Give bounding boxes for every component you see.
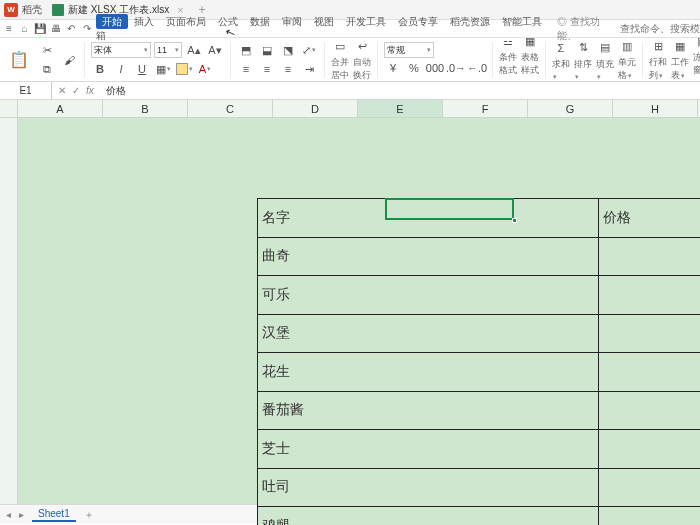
percent-button[interactable]: % [405,59,423,77]
tab-nav-prev[interactable]: ◂ [6,509,11,520]
fill-handle[interactable] [512,218,517,223]
column-header-H[interactable]: H [613,100,698,117]
print-icon[interactable]: 🖶 [49,22,63,36]
add-sheet-button[interactable]: ＋ [84,508,94,522]
table-row[interactable]: 吐司88 [258,468,701,507]
cell-name[interactable]: 吐司 [258,468,599,507]
data-table[interactable]: 名字价格曲奇13可乐22汉堡45花生50番茄酱50芝士56吐司88鸡腿89蛋糕9… [257,198,700,525]
bold-button[interactable]: B [91,60,109,78]
save-icon[interactable]: 💾 [33,22,47,36]
column-header-A[interactable]: A [18,100,103,117]
merge-button[interactable]: ▭ [331,38,349,55]
menu-tab-1[interactable]: 插入 [128,14,160,29]
freeze-button[interactable]: ▣ [693,38,700,50]
align-right-button[interactable]: ≡ [279,60,297,78]
name-box[interactable]: E1 [0,82,52,99]
column-header-C[interactable]: C [188,100,273,117]
number-format-select[interactable]: 常规 [384,42,434,58]
cell-price[interactable]: 22 [598,276,700,315]
increase-decimal-button[interactable]: .0→ [447,59,465,77]
indent-button[interactable]: ⇥ [300,60,318,78]
cond-format-button[interactable]: ☳ [499,38,517,50]
cell-price[interactable]: 50 [598,353,700,392]
cell-name[interactable]: 鸡腿 [258,507,599,526]
column-header-E[interactable]: E [358,100,443,117]
header-price[interactable]: 价格 [598,199,700,238]
row-headers[interactable] [0,118,18,504]
column-header-D[interactable]: D [273,100,358,117]
confirm-icon[interactable]: ✓ [72,85,80,96]
cell-name[interactable]: 番茄酱 [258,391,599,430]
menu-tab-5[interactable]: 审阅 [276,14,308,29]
row-col-button[interactable]: ⊞ [649,38,667,55]
align-center-button[interactable]: ≡ [258,60,276,78]
wrap-button[interactable]: ↩ [353,38,371,55]
table-row[interactable]: 花生50 [258,353,701,392]
cell-price[interactable]: 13 [598,237,700,276]
table-row[interactable]: 汉堡45 [258,314,701,353]
table-row[interactable]: 可乐22 [258,276,701,315]
cell-price[interactable]: 56 [598,430,700,469]
decrease-font-button[interactable]: A▾ [206,41,224,59]
menu-tab-7[interactable]: 开发工具 [340,14,392,29]
sort-button[interactable]: ⇅ [574,39,592,57]
cell-style-button[interactable]: ▦ [521,38,539,50]
format-cell-button[interactable]: ▥ [618,38,636,55]
spreadsheet-area[interactable]: ABCDEFGH 名字价格曲奇13可乐22汉堡45花生50番茄酱50芝士56吐司… [0,100,700,504]
fill-button[interactable]: ▤ [596,39,614,57]
formula-input[interactable]: 价格 [100,84,700,98]
cell-grid[interactable]: 名字价格曲奇13可乐22汉堡45花生50番茄酱50芝士56吐司88鸡腿89蛋糕9… [18,118,700,504]
currency-button[interactable]: ¥ [384,59,402,77]
underline-button[interactable]: U [133,60,151,78]
home-icon[interactable]: ⌂ [18,22,32,36]
font-color-button[interactable]: A [196,60,214,78]
menu-tab-8[interactable]: 会员专享 [392,14,444,29]
cut-button[interactable]: ✂ [38,41,56,59]
menu-tab-4[interactable]: 数据 [244,14,276,29]
cell-name[interactable]: 花生 [258,353,599,392]
align-left-button[interactable]: ≡ [237,60,255,78]
cell-name[interactable]: 可乐 [258,276,599,315]
table-row[interactable]: 鸡腿89 [258,507,701,526]
decrease-decimal-button[interactable]: ←.0 [468,59,486,77]
font-name-select[interactable]: 宋体 [91,42,151,58]
comma-button[interactable]: 000 [426,59,444,77]
sheet-tab[interactable]: Sheet1 [32,507,76,522]
column-header-B[interactable]: B [103,100,188,117]
worksheet-button[interactable]: ▦ [671,38,689,55]
fill-color-button[interactable] [175,60,193,78]
cell-name[interactable]: 芝士 [258,430,599,469]
increase-font-button[interactable]: A▴ [185,41,203,59]
menu-tab-0[interactable]: 开始 [96,14,128,29]
table-row[interactable]: 芝士56 [258,430,701,469]
column-header-G[interactable]: G [528,100,613,117]
cell-name[interactable]: 曲奇 [258,237,599,276]
menu-tab-3[interactable]: 公式 [212,14,244,29]
cell-price[interactable]: 88 [598,468,700,507]
search-input[interactable] [620,23,700,34]
undo-icon[interactable]: ↶ [65,22,79,36]
select-all-corner[interactable] [0,100,18,118]
redo-icon[interactable]: ↷ [80,22,94,36]
cell-price[interactable]: 45 [598,314,700,353]
cell-price[interactable]: 50 [598,391,700,430]
orientation-button[interactable]: ⤢ [300,41,318,59]
menu-tab-2[interactable]: 页面布局 [160,14,212,29]
table-row[interactable]: 曲奇13 [258,237,701,276]
menu-tab-9[interactable]: 稻壳资源 [444,14,496,29]
copy-button[interactable]: ⧉ [38,60,56,78]
cell-name[interactable]: 汉堡 [258,314,599,353]
column-header-F[interactable]: F [443,100,528,117]
table-row[interactable]: 番茄酱50 [258,391,701,430]
border-button[interactable]: ▦ [154,60,172,78]
file-menu-icon[interactable]: ≡ [2,22,16,36]
sum-button[interactable]: Σ [552,39,570,57]
align-middle-button[interactable]: ⬓ [258,41,276,59]
italic-button[interactable]: I [112,60,130,78]
paste-button[interactable]: 📋 [4,43,34,77]
column-headers[interactable]: ABCDEFGH [18,100,700,118]
format-painter-button[interactable]: 🖌 [60,51,78,69]
align-top-button[interactable]: ⬒ [237,41,255,59]
font-size-select[interactable]: 11 [154,42,182,58]
align-bottom-button[interactable]: ⬔ [279,41,297,59]
